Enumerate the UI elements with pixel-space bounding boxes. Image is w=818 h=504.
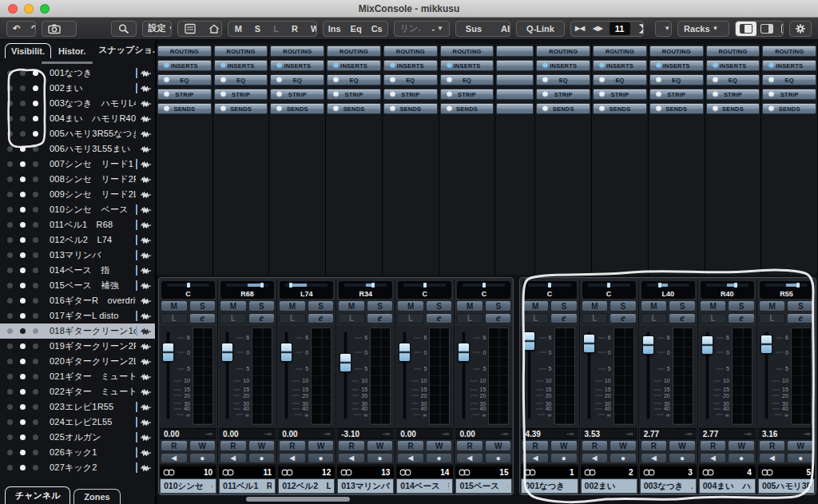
rack-section-sends[interactable]: SENDS bbox=[536, 103, 590, 114]
fader-handle[interactable] bbox=[701, 335, 713, 355]
edit-channel-button[interactable]: e bbox=[426, 313, 453, 323]
record-enable-button[interactable]: ● bbox=[426, 453, 453, 463]
channel-list-item[interactable]: 003なつき ハモリL40 bbox=[0, 96, 155, 111]
visibility-dot-3[interactable] bbox=[33, 207, 38, 212]
rack-section-dot[interactable] bbox=[713, 63, 718, 69]
close-window-button[interactable] bbox=[8, 4, 18, 14]
read-automation-button[interactable]: R bbox=[759, 440, 786, 451]
pan-control[interactable]: R40 bbox=[699, 280, 756, 300]
channel-list-item[interactable]: 002まい bbox=[0, 81, 155, 96]
pan-control[interactable]: C bbox=[160, 280, 216, 300]
rack-section-dot[interactable] bbox=[656, 106, 661, 112]
monitor-button[interactable]: ◀ bbox=[279, 453, 306, 463]
pan-handle[interactable] bbox=[658, 283, 661, 288]
visibility-dot-1[interactable] bbox=[7, 177, 13, 182]
visibility-dot-1[interactable] bbox=[7, 359, 13, 364]
rack-section-routing[interactable]: ROUTING bbox=[762, 46, 816, 57]
rack-section-dot[interactable] bbox=[768, 63, 774, 69]
channel-list-item[interactable]: 005ハモリ3R55なつき bbox=[0, 126, 155, 141]
rack-section-strip[interactable]: STRIP bbox=[327, 89, 381, 100]
state-button-s[interactable]: S bbox=[248, 22, 267, 36]
channel-list-item[interactable]: 023エレピ1R55 bbox=[0, 399, 155, 415]
rack-section-inserts[interactable]: INSERTS bbox=[270, 60, 324, 71]
fader-handle[interactable] bbox=[760, 335, 772, 354]
rack-section-strip[interactable]: STRIP bbox=[762, 89, 816, 100]
rack-section-routing[interactable]: ROUTING bbox=[383, 46, 438, 57]
racks-options-button[interactable]: ▼ bbox=[724, 22, 729, 36]
visibility-dot-2[interactable] bbox=[20, 70, 26, 76]
pan-control[interactable]: L74 bbox=[278, 280, 335, 300]
visibility-dot-2[interactable] bbox=[20, 313, 26, 319]
read-automation-button[interactable]: R bbox=[456, 440, 483, 451]
solo-button[interactable]: S bbox=[367, 300, 394, 312]
visibility-dot-1[interactable] bbox=[7, 222, 13, 228]
pan-control[interactable]: L40 bbox=[640, 280, 697, 300]
visibility-dot-1[interactable] bbox=[7, 450, 13, 455]
rack-section-routing[interactable]: ROUTING bbox=[327, 46, 381, 57]
channel-list-item[interactable]: 024エレピ2L55 bbox=[0, 415, 155, 430]
rack-section-dot[interactable] bbox=[768, 92, 774, 97]
read-automation-button[interactable]: R bbox=[582, 440, 609, 451]
channel-step-buttons[interactable]: ◀▶ bbox=[589, 22, 606, 36]
read-automation-button[interactable]: R bbox=[279, 440, 306, 451]
mute-button[interactable]: M bbox=[522, 300, 549, 312]
rack-section-dot[interactable] bbox=[599, 106, 605, 112]
read-automation-button[interactable]: R bbox=[161, 440, 188, 451]
channel-list-item[interactable]: 007シンセ リード1 bbox=[0, 157, 155, 172]
snapshot-menu-button[interactable]: ▼ bbox=[66, 22, 77, 36]
rack-section-strip[interactable]: STRIP bbox=[706, 89, 760, 100]
visibility-dot-2[interactable] bbox=[20, 389, 26, 395]
settings-button[interactable]: 設定▼ bbox=[143, 22, 172, 36]
channel-list-item[interactable]: 014ベース 指 bbox=[0, 263, 155, 278]
rack-section-dot[interactable] bbox=[390, 106, 395, 112]
listen-button[interactable]: L bbox=[220, 313, 247, 323]
visibility-dot-3[interactable] bbox=[33, 85, 38, 91]
mute-button[interactable]: M bbox=[759, 300, 786, 312]
zoom-window-button[interactable] bbox=[40, 4, 50, 14]
visibility-dot-3[interactable] bbox=[33, 70, 38, 76]
tab-history[interactable]: Histor. bbox=[53, 44, 91, 58]
visibility-dot-2[interactable] bbox=[20, 146, 26, 152]
edit-channel-button[interactable]: e bbox=[189, 313, 216, 323]
rack-section-dot[interactable] bbox=[220, 77, 226, 83]
write-automation-button[interactable]: W bbox=[367, 440, 394, 451]
visibility-dot-1[interactable] bbox=[7, 161, 13, 167]
pan-handle[interactable] bbox=[796, 283, 800, 288]
record-enable-button[interactable]: ● bbox=[367, 453, 394, 463]
rack-section-inserts[interactable]: INSERTS bbox=[649, 60, 704, 71]
visibility-dot-2[interactable] bbox=[20, 207, 26, 212]
visibility-dot-2[interactable] bbox=[20, 298, 26, 304]
rack-section-dot[interactable] bbox=[713, 77, 718, 83]
horizontal-scrollbar-thumb[interactable] bbox=[246, 497, 350, 502]
write-automation-button[interactable]: W bbox=[426, 440, 453, 451]
rack-section-dot[interactable] bbox=[276, 92, 282, 97]
find-channel-button[interactable] bbox=[111, 21, 137, 37]
tab-zones[interactable]: Zones bbox=[73, 489, 120, 504]
tab-visibility[interactable]: Visibilit. bbox=[5, 43, 51, 58]
channel-list-item[interactable]: 004まい ハモリR40 bbox=[0, 111, 155, 126]
fader-handle[interactable] bbox=[583, 334, 595, 353]
rack-section-dot[interactable] bbox=[164, 106, 169, 112]
edit-channel-button[interactable]: e bbox=[308, 313, 335, 323]
rack-section-eq[interactable] bbox=[496, 74, 534, 85]
rack-section-eq[interactable]: EQ bbox=[440, 74, 494, 85]
visibility-dot-3[interactable] bbox=[33, 343, 38, 349]
visibility-dot-2[interactable] bbox=[20, 85, 26, 91]
read-automation-button[interactable]: R bbox=[522, 440, 549, 451]
visibility-dot-3[interactable] bbox=[33, 131, 38, 137]
rack-section-sends[interactable]: SENDS bbox=[706, 103, 760, 114]
record-enable-button[interactable]: ● bbox=[669, 453, 696, 463]
visibility-dot-1[interactable] bbox=[7, 313, 13, 319]
rack-section-strip[interactable]: STRIP bbox=[157, 89, 212, 100]
fader-handle[interactable] bbox=[221, 343, 233, 362]
edit-channel-button[interactable]: e bbox=[787, 313, 814, 323]
rack-section-inserts[interactable]: INSERTS bbox=[327, 60, 381, 71]
pan-control[interactable]: R55 bbox=[758, 280, 815, 300]
rack-section-dot[interactable] bbox=[220, 63, 226, 69]
rack-section-routing[interactable]: ROUTING bbox=[214, 46, 268, 57]
write-automation-button[interactable]: W bbox=[485, 440, 512, 451]
suspend-link-button[interactable]: Sus bbox=[456, 22, 491, 36]
rack-section-sends[interactable] bbox=[496, 103, 534, 114]
rack-section-strip[interactable]: STRIP bbox=[270, 89, 324, 100]
visibility-dot-3[interactable] bbox=[33, 313, 38, 319]
